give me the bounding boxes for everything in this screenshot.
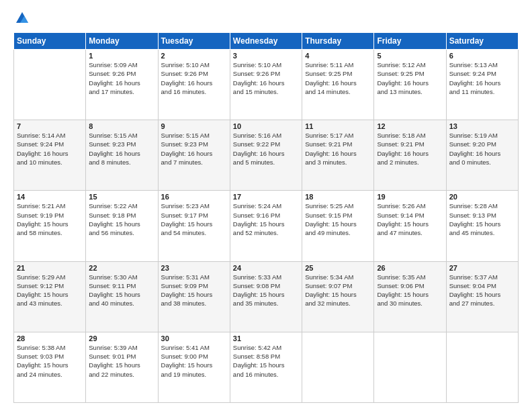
- calendar-cell: 23Sunrise: 5:31 AM Sunset: 9:09 PM Dayli…: [158, 261, 230, 332]
- week-row-3: 14Sunrise: 5:21 AM Sunset: 9:19 PM Dayli…: [14, 191, 519, 261]
- day-detail: Sunrise: 5:21 AM Sunset: 9:19 PM Dayligh…: [17, 201, 83, 237]
- day-detail: Sunrise: 5:15 AM Sunset: 9:23 PM Dayligh…: [89, 131, 154, 167]
- week-row-1: 1Sunrise: 5:09 AM Sunset: 9:26 PM Daylig…: [14, 50, 519, 120]
- day-detail: Sunrise: 5:11 AM Sunset: 9:25 PM Dayligh…: [305, 60, 371, 96]
- day-number: 3: [233, 52, 299, 60]
- day-number: 13: [449, 122, 515, 130]
- weekday-header-tuesday: Tuesday: [158, 33, 230, 50]
- day-number: 28: [17, 334, 83, 342]
- calendar-cell: 17Sunrise: 5:24 AM Sunset: 9:16 PM Dayli…: [230, 191, 302, 261]
- calendar-cell: 24Sunrise: 5:33 AM Sunset: 9:08 PM Dayli…: [230, 261, 302, 332]
- day-detail: Sunrise: 5:35 AM Sunset: 9:06 PM Dayligh…: [377, 273, 443, 308]
- day-detail: Sunrise: 5:22 AM Sunset: 9:18 PM Dayligh…: [89, 201, 154, 237]
- day-number: 24: [233, 264, 299, 272]
- day-number: 10: [233, 122, 299, 130]
- day-number: 12: [377, 122, 443, 130]
- day-detail: Sunrise: 5:31 AM Sunset: 9:09 PM Dayligh…: [161, 273, 227, 308]
- calendar-cell: 22Sunrise: 5:30 AM Sunset: 9:11 PM Dayli…: [86, 261, 158, 332]
- week-row-2: 7Sunrise: 5:14 AM Sunset: 9:24 PM Daylig…: [14, 120, 519, 191]
- day-number: 22: [89, 264, 154, 272]
- calendar-cell: 12Sunrise: 5:18 AM Sunset: 9:21 PM Dayli…: [374, 120, 446, 191]
- day-number: 2: [161, 52, 227, 60]
- calendar-cell: 16Sunrise: 5:23 AM Sunset: 9:17 PM Dayli…: [158, 191, 230, 261]
- calendar-cell: 18Sunrise: 5:25 AM Sunset: 9:15 PM Dayli…: [302, 191, 374, 261]
- day-number: 11: [305, 122, 371, 130]
- day-number: 21: [17, 264, 83, 272]
- calendar-cell: [446, 332, 518, 402]
- day-detail: Sunrise: 5:25 AM Sunset: 9:15 PM Dayligh…: [305, 201, 371, 237]
- calendar-cell: 25Sunrise: 5:34 AM Sunset: 9:07 PM Dayli…: [302, 261, 374, 332]
- weekday-header-saturday: Saturday: [446, 33, 518, 50]
- calendar-cell: 5Sunrise: 5:12 AM Sunset: 9:25 PM Daylig…: [374, 50, 446, 120]
- day-detail: Sunrise: 5:24 AM Sunset: 9:16 PM Dayligh…: [233, 201, 299, 237]
- calendar-cell: 10Sunrise: 5:16 AM Sunset: 9:22 PM Dayli…: [230, 120, 302, 191]
- calendar-cell: 21Sunrise: 5:29 AM Sunset: 9:12 PM Dayli…: [14, 261, 86, 332]
- day-number: 1: [89, 52, 154, 60]
- day-detail: Sunrise: 5:10 AM Sunset: 9:26 PM Dayligh…: [233, 60, 299, 96]
- day-detail: Sunrise: 5:09 AM Sunset: 9:26 PM Dayligh…: [89, 60, 154, 96]
- day-number: 25: [305, 264, 371, 272]
- logo-icon: [15, 11, 30, 26]
- calendar-cell: [302, 332, 374, 402]
- calendar-cell: 27Sunrise: 5:37 AM Sunset: 9:04 PM Dayli…: [446, 261, 518, 332]
- calendar: SundayMondayTuesdayWednesdayThursdayFrid…: [13, 32, 519, 403]
- calendar-cell: 4Sunrise: 5:11 AM Sunset: 9:25 PM Daylig…: [302, 50, 374, 120]
- calendar-cell: 20Sunrise: 5:28 AM Sunset: 9:13 PM Dayli…: [446, 191, 518, 261]
- day-detail: Sunrise: 5:33 AM Sunset: 9:08 PM Dayligh…: [233, 273, 299, 308]
- week-row-4: 21Sunrise: 5:29 AM Sunset: 9:12 PM Dayli…: [14, 261, 519, 332]
- calendar-cell: 3Sunrise: 5:10 AM Sunset: 9:26 PM Daylig…: [230, 50, 302, 120]
- week-row-5: 28Sunrise: 5:38 AM Sunset: 9:03 PM Dayli…: [14, 332, 519, 402]
- day-detail: Sunrise: 5:28 AM Sunset: 9:13 PM Dayligh…: [449, 201, 515, 237]
- calendar-cell: 13Sunrise: 5:19 AM Sunset: 9:20 PM Dayli…: [446, 120, 518, 191]
- calendar-cell: 2Sunrise: 5:10 AM Sunset: 9:26 PM Daylig…: [158, 50, 230, 120]
- weekday-header-monday: Monday: [86, 33, 158, 50]
- day-number: 26: [377, 264, 443, 272]
- day-number: 8: [89, 122, 154, 130]
- day-detail: Sunrise: 5:23 AM Sunset: 9:17 PM Dayligh…: [161, 201, 227, 237]
- day-number: 29: [89, 334, 154, 342]
- day-number: 23: [161, 264, 227, 272]
- day-number: 19: [377, 193, 443, 201]
- day-detail: Sunrise: 5:30 AM Sunset: 9:11 PM Dayligh…: [89, 273, 154, 308]
- day-detail: Sunrise: 5:17 AM Sunset: 9:21 PM Dayligh…: [305, 131, 371, 167]
- day-number: 7: [17, 122, 83, 130]
- calendar-cell: 26Sunrise: 5:35 AM Sunset: 9:06 PM Dayli…: [374, 261, 446, 332]
- day-number: 4: [305, 52, 371, 60]
- calendar-cell: 7Sunrise: 5:14 AM Sunset: 9:24 PM Daylig…: [14, 120, 86, 191]
- day-number: 31: [233, 334, 299, 342]
- day-detail: Sunrise: 5:26 AM Sunset: 9:14 PM Dayligh…: [377, 201, 443, 237]
- day-detail: Sunrise: 5:10 AM Sunset: 9:26 PM Dayligh…: [161, 60, 227, 96]
- day-number: 17: [233, 193, 299, 201]
- weekday-header-sunday: Sunday: [14, 33, 86, 50]
- calendar-cell: 29Sunrise: 5:39 AM Sunset: 9:01 PM Dayli…: [86, 332, 158, 402]
- day-number: 9: [161, 122, 227, 130]
- day-number: 15: [89, 193, 154, 201]
- day-detail: Sunrise: 5:38 AM Sunset: 9:03 PM Dayligh…: [17, 343, 83, 379]
- calendar-cell: 28Sunrise: 5:38 AM Sunset: 9:03 PM Dayli…: [14, 332, 86, 402]
- calendar-cell: 11Sunrise: 5:17 AM Sunset: 9:21 PM Dayli…: [302, 120, 374, 191]
- calendar-cell: [374, 332, 446, 402]
- day-detail: Sunrise: 5:13 AM Sunset: 9:24 PM Dayligh…: [449, 60, 515, 96]
- header: [13, 11, 519, 26]
- day-number: 16: [161, 193, 227, 201]
- day-detail: Sunrise: 5:41 AM Sunset: 9:00 PM Dayligh…: [161, 343, 227, 379]
- day-detail: Sunrise: 5:29 AM Sunset: 9:12 PM Dayligh…: [17, 273, 83, 308]
- calendar-cell: 15Sunrise: 5:22 AM Sunset: 9:18 PM Dayli…: [86, 191, 158, 261]
- day-number: 5: [377, 52, 443, 60]
- calendar-cell: 1Sunrise: 5:09 AM Sunset: 9:26 PM Daylig…: [86, 50, 158, 120]
- calendar-cell: 14Sunrise: 5:21 AM Sunset: 9:19 PM Dayli…: [14, 191, 86, 261]
- calendar-cell: 6Sunrise: 5:13 AM Sunset: 9:24 PM Daylig…: [446, 50, 518, 120]
- weekday-header-wednesday: Wednesday: [230, 33, 302, 50]
- day-detail: Sunrise: 5:42 AM Sunset: 8:58 PM Dayligh…: [233, 343, 299, 379]
- day-number: 18: [305, 193, 371, 201]
- day-number: 20: [449, 193, 515, 201]
- day-number: 27: [449, 264, 515, 272]
- weekday-header-thursday: Thursday: [302, 33, 374, 50]
- day-detail: Sunrise: 5:19 AM Sunset: 9:20 PM Dayligh…: [449, 131, 515, 167]
- logo: [13, 11, 30, 26]
- day-detail: Sunrise: 5:18 AM Sunset: 9:21 PM Dayligh…: [377, 131, 443, 167]
- day-number: 30: [161, 334, 227, 342]
- day-detail: Sunrise: 5:37 AM Sunset: 9:04 PM Dayligh…: [449, 273, 515, 308]
- day-detail: Sunrise: 5:14 AM Sunset: 9:24 PM Dayligh…: [17, 131, 83, 167]
- day-detail: Sunrise: 5:34 AM Sunset: 9:07 PM Dayligh…: [305, 273, 371, 308]
